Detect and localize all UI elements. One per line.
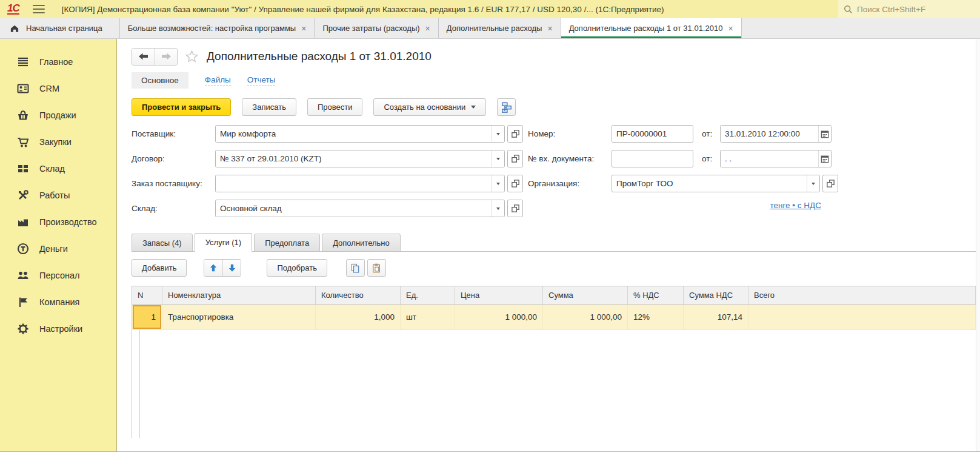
cell-price[interactable]: 1 000,00 — [455, 305, 543, 329]
col-unit: Ед. — [401, 286, 455, 304]
currency-vat-link[interactable]: тенге • с НДС — [770, 201, 821, 210]
tab-inventory[interactable]: Запасы (4) — [132, 234, 193, 252]
contract-open-button[interactable] — [507, 150, 523, 167]
back-button[interactable] — [132, 49, 155, 65]
document-structure-button[interactable] — [497, 98, 516, 116]
supplier-order-label: Заказ поставщику: — [132, 179, 215, 188]
nav-reports[interactable]: Отчеты — [247, 75, 276, 86]
nav-main[interactable]: Основное — [132, 72, 188, 89]
sidebar-item-company[interactable]: Компания — [0, 289, 116, 315]
warehouse-field[interactable]: Основной склад — [215, 200, 505, 217]
warehouse-label: Склад: — [132, 204, 215, 213]
move-up-button[interactable] — [204, 260, 222, 276]
menu-icon — [16, 55, 30, 69]
incoming-number-input[interactable] — [612, 150, 693, 167]
tab-close-icon[interactable]: × — [728, 24, 733, 33]
cell-nomenclature[interactable]: Транспортировка — [162, 305, 316, 329]
tab-close-icon[interactable]: × — [301, 24, 306, 33]
supplier-order-open-button[interactable] — [507, 175, 523, 192]
services-table: N Номенклатура Количество Ед. Цена Сумма… — [132, 286, 976, 438]
sidebar-label: Продажи — [39, 110, 76, 120]
create-based-on-button[interactable]: Создать на основании — [373, 98, 486, 116]
sidebar-item-sales[interactable]: Продажи — [0, 102, 116, 129]
open-icon — [511, 204, 520, 213]
calendar-button[interactable] — [818, 126, 831, 142]
cell-quantity[interactable]: 1,000 — [316, 305, 401, 329]
search-input[interactable]: Поиск Ctrl+Shift+F — [838, 0, 980, 18]
sidebar-label: Компания — [39, 297, 79, 307]
contract-value: № 337 от 29.01.2010 (KZT) — [216, 150, 492, 167]
tab-settings-program[interactable]: Больше возможностей: настройка программы… — [120, 18, 315, 38]
organization-open-button[interactable] — [822, 175, 838, 192]
search-icon — [843, 4, 853, 15]
cell-unit[interactable]: шт — [401, 305, 455, 329]
tab-home[interactable]: Начальная страница — [0, 18, 120, 38]
tab-prepayment[interactable]: Предоплата — [254, 234, 320, 252]
date-field[interactable]: 31.01.2010 12:00:00 — [720, 125, 832, 143]
tab-services[interactable]: Услуги (1) — [195, 233, 252, 252]
post-and-close-button[interactable]: Провести и закрыть — [132, 98, 231, 116]
contract-field[interactable]: № 337 от 29.01.2010 (KZT) — [215, 150, 505, 167]
pick-items-button[interactable]: Подобрать — [267, 259, 327, 277]
main-menu-icon[interactable] — [33, 5, 45, 13]
incoming-date-field[interactable]: . . — [720, 150, 832, 167]
vertical-scrollbar[interactable] — [976, 39, 980, 451]
main-area: Главное CRM Продажи — [0, 39, 980, 451]
post-button[interactable]: Провести — [307, 98, 363, 116]
sidebar-item-works[interactable]: Работы — [0, 182, 116, 209]
cell-total[interactable] — [748, 305, 976, 329]
paste-rows-button[interactable] — [367, 259, 386, 277]
sidebar-item-settings[interactable]: Настройки — [0, 315, 116, 342]
warehouse-open-button[interactable] — [507, 200, 523, 217]
number-input[interactable] — [612, 125, 693, 143]
sidebar-item-staff[interactable]: Персонал — [0, 262, 116, 289]
application-window: 1С [КОПИЯ] Демонстрационная база компани… — [0, 0, 980, 452]
dropdown-button[interactable] — [492, 126, 504, 142]
write-button[interactable]: Записать — [242, 98, 296, 116]
supplier-open-button[interactable] — [507, 125, 523, 143]
tab-close-icon[interactable]: × — [425, 24, 430, 33]
date-value: 31.01.2010 12:00:00 — [721, 126, 818, 142]
tab-other-expenses[interactable]: Прочие затраты (расходы) × — [315, 18, 438, 38]
sidebar-item-main[interactable]: Главное — [0, 49, 116, 75]
move-row-buttons — [204, 259, 241, 277]
tab-additional[interactable]: Дополнительно — [322, 234, 401, 252]
selected-cell[interactable]: 1 — [133, 305, 161, 329]
sidebar-item-production[interactable]: Производство — [0, 209, 116, 235]
organization-value: ПромТорг ТОО — [612, 175, 807, 192]
copy-rows-button[interactable] — [346, 259, 365, 277]
cell-vat-percent[interactable]: 12% — [628, 305, 684, 329]
document-title: Дополнительные расходы 1 от 31.01.2010 — [207, 50, 432, 63]
organization-field[interactable]: ПромТорг ТОО — [612, 175, 820, 192]
nav-files[interactable]: Файлы — [205, 75, 231, 86]
calendar-button[interactable] — [818, 150, 831, 167]
col-quantity: Количество — [316, 286, 401, 304]
move-down-button[interactable] — [222, 260, 241, 276]
company-icon — [16, 295, 30, 309]
tab-additional-expenses-doc[interactable]: Дополнительные расходы 1 от 31.01.2010 × — [561, 18, 742, 38]
sidebar-item-purchases[interactable]: Закупки — [0, 129, 116, 155]
sidebar-item-crm[interactable]: CRM — [0, 75, 116, 102]
dropdown-button[interactable] — [492, 200, 504, 217]
incoming-number-label: № вх. документа: — [528, 154, 612, 163]
sidebar-item-money[interactable]: Деньги — [0, 235, 116, 262]
add-row-button[interactable]: Добавить — [132, 259, 187, 277]
tab-label: Дополнительные расходы 1 от 31.01.2010 — [569, 24, 723, 33]
sidebar-item-warehouse[interactable]: Склад — [0, 155, 116, 182]
supplier-field[interactable]: Мир комфорта — [215, 125, 505, 143]
organization-label: Организация: — [528, 179, 612, 188]
forward-button[interactable] — [155, 49, 177, 65]
cell-n[interactable]: 1 — [132, 305, 162, 329]
dropdown-button[interactable] — [492, 175, 504, 192]
favorite-star-icon[interactable] — [185, 50, 198, 62]
cell-vat-sum[interactable]: 107,14 — [684, 305, 748, 329]
dropdown-button[interactable] — [807, 175, 819, 192]
tab-close-icon[interactable]: × — [547, 24, 552, 33]
cell-sum[interactable]: 1 000,00 — [543, 305, 628, 329]
dropdown-button[interactable] — [492, 150, 504, 167]
sidebar-label: Настройки — [39, 324, 82, 334]
arrow-up-icon — [209, 263, 218, 272]
supplier-order-field[interactable] — [215, 175, 505, 192]
tab-additional-expenses-list[interactable]: Дополнительные расходы × — [439, 18, 561, 38]
chevron-down-icon — [496, 207, 500, 210]
